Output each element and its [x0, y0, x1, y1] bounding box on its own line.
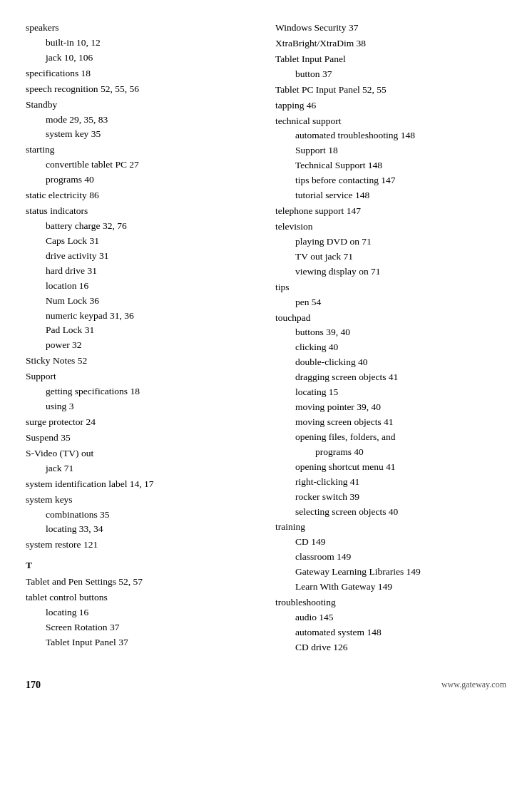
website-url: www.gateway.com: [441, 680, 506, 690]
index-entry: tablet control buttons: [26, 590, 262, 605]
index-entry: locating 33, 34: [26, 522, 262, 537]
index-entry: surge protector 24: [26, 415, 262, 430]
index-entry: selecting screen objects 40: [275, 505, 506, 520]
index-entry: touchpad: [275, 311, 506, 326]
index-entry: jack 71: [26, 461, 262, 476]
index-entry: Caps Lock 31: [26, 234, 262, 249]
index-entry: tips: [275, 280, 506, 295]
index-entry: speech recognition 52, 55, 56: [26, 82, 262, 97]
index-entry: right-clicking 41: [275, 475, 506, 490]
index-entry: playing DVD on 71: [275, 235, 506, 250]
index-entry: programs 40: [26, 173, 262, 188]
index-entry: pen 54: [275, 295, 506, 310]
index-entry: automated system 148: [275, 625, 506, 640]
index-entry: specifications 18: [26, 66, 262, 81]
index-entry: jack 10, 106: [26, 51, 262, 66]
index-entry: rocker switch 39: [275, 490, 506, 505]
index-entry: location 16: [26, 279, 262, 294]
index-entry: tutorial service 148: [275, 188, 506, 203]
section-letter: T: [26, 558, 262, 573]
index-entry: system identification label 14, 17: [26, 477, 262, 492]
index-entry: Num Lock 36: [26, 294, 262, 309]
index-entry: TV out jack 71: [275, 250, 506, 265]
index-entry: Support: [26, 369, 262, 384]
index-entry: convertible tablet PC 27: [26, 158, 262, 173]
index-entry: dragging screen objects 41: [275, 370, 506, 385]
index-entry: Technical Support 148: [275, 158, 506, 173]
index-entry: double-clicking 40: [275, 355, 506, 370]
index-entry: troubleshooting: [275, 595, 506, 610]
index-entry: system keys: [26, 493, 262, 508]
index-entry: technical support: [275, 114, 506, 129]
index-entry: opening files, folders, and: [275, 430, 506, 445]
index-entry: Gateway Learning Libraries 149: [275, 565, 506, 580]
index-entry: Tablet and Pen Settings 52, 57: [26, 575, 262, 590]
index-entry: Tablet Input Panel: [275, 52, 506, 67]
index-entry: tips before contacting 147: [275, 173, 506, 188]
index-entry: mode 29, 35, 83: [26, 113, 262, 128]
page-number: 170: [26, 680, 41, 691]
index-entry: system restore 121: [26, 538, 262, 553]
index-entry: S-Video (TV) out: [26, 446, 262, 461]
index-entry: numeric keypad 31, 36: [26, 309, 262, 324]
index-entry: Tablet PC Input Panel 52, 55: [275, 83, 506, 98]
index-entry: moving pointer 39, 40: [275, 400, 506, 415]
index-entry: CD drive 126: [275, 640, 506, 655]
index-entry: Standby: [26, 98, 262, 113]
index-entry: static electricity 86: [26, 188, 262, 203]
index-entry: Support 18: [275, 143, 506, 158]
index-entry: CD 149: [275, 535, 506, 550]
index-entry: moving screen objects 41: [275, 415, 506, 430]
index-entry: getting specifications 18: [26, 384, 262, 399]
index-entry: automated troubleshooting 148: [275, 128, 506, 143]
index-entry: Windows Security 37: [275, 21, 506, 36]
right-column: Windows Security 37XtraBright/XtraDim 38…: [275, 20, 506, 655]
index-entry: tapping 46: [275, 98, 506, 113]
index-entry: locating 15: [275, 385, 506, 400]
index-entry: battery charge 32, 76: [26, 219, 262, 234]
index-entry: hard drive 31: [26, 264, 262, 279]
index-entry: viewing display on 71: [275, 265, 506, 280]
index-entry: combinations 35: [26, 508, 262, 523]
index-entry: Suspend 35: [26, 431, 262, 446]
index-entry: Learn With Gateway 149: [275, 580, 506, 595]
index-entry: button 37: [275, 67, 506, 82]
index-entry: classroom 149: [275, 550, 506, 565]
index-entry: drive activity 31: [26, 249, 262, 264]
index-entry: opening shortcut menu 41: [275, 460, 506, 475]
index-entry: system key 35: [26, 127, 262, 142]
index-entry: television: [275, 220, 506, 235]
index-entry: locating 16: [26, 605, 262, 620]
index-entry: programs 40: [275, 445, 506, 460]
index-entry: Screen Rotation 37: [26, 620, 262, 635]
index-entry: power 32: [26, 338, 262, 353]
index-entry: clicking 40: [275, 340, 506, 355]
index-entry: XtraBright/XtraDim 38: [275, 36, 506, 51]
index-entry: status indicators: [26, 204, 262, 219]
index-entry: built-in 10, 12: [26, 36, 262, 51]
index-entry: speakers: [26, 21, 262, 36]
index-entry: Tablet Input Panel 37: [26, 635, 262, 650]
page-content: speakersbuilt-in 10, 12jack 10, 106speci…: [26, 20, 506, 655]
page-footer: 170 www.gateway.com: [26, 677, 506, 691]
index-entry: Sticky Notes 52: [26, 354, 262, 369]
index-entry: audio 145: [275, 610, 506, 625]
index-entry: training: [275, 520, 506, 535]
index-entry: starting: [26, 143, 262, 158]
left-column: speakersbuilt-in 10, 12jack 10, 106speci…: [26, 20, 275, 655]
index-entry: Pad Lock 31: [26, 323, 262, 338]
index-entry: telephone support 147: [275, 204, 506, 219]
index-entry: using 3: [26, 399, 262, 414]
index-entry: buttons 39, 40: [275, 325, 506, 340]
